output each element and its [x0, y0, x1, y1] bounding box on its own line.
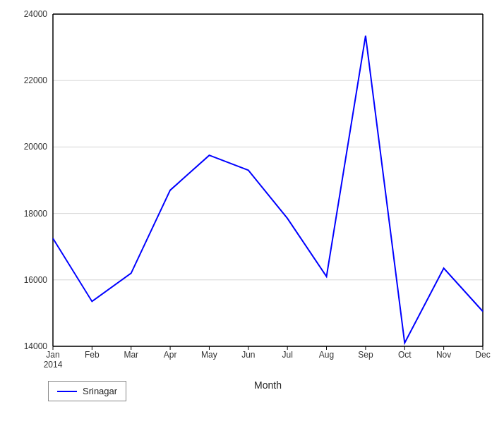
- svg-text:Month: Month: [254, 379, 282, 391]
- svg-text:24000: 24000: [24, 9, 48, 19]
- svg-text:Oct: Oct: [398, 350, 412, 360]
- svg-text:Nov: Nov: [436, 350, 451, 360]
- svg-text:Aug: Aug: [319, 350, 334, 360]
- svg-text:Sep: Sep: [358, 350, 373, 360]
- line-chart: 140001600018000200002200024000Jan2014Feb…: [0, 0, 504, 438]
- svg-text:May: May: [201, 350, 217, 360]
- legend-line-icon: [57, 391, 77, 392]
- svg-text:Apr: Apr: [164, 350, 177, 360]
- svg-text:Jun: Jun: [241, 350, 255, 360]
- svg-text:Jul: Jul: [282, 350, 293, 360]
- svg-text:Mar: Mar: [124, 350, 138, 360]
- svg-rect-0: [0, 0, 504, 438]
- svg-text:Jan: Jan: [46, 350, 59, 360]
- svg-text:Feb: Feb: [85, 350, 100, 360]
- chart-container: 140001600018000200002200024000Jan2014Feb…: [0, 0, 504, 438]
- svg-text:16000: 16000: [24, 275, 48, 285]
- legend: Srinagar: [48, 381, 126, 401]
- svg-text:14000: 14000: [24, 341, 48, 351]
- legend-label: Srinagar: [83, 386, 117, 396]
- svg-text:Dec: Dec: [475, 350, 490, 360]
- svg-text:20000: 20000: [24, 142, 48, 152]
- svg-text:22000: 22000: [24, 75, 48, 85]
- svg-text:2014: 2014: [44, 360, 63, 370]
- svg-text:18000: 18000: [24, 209, 48, 219]
